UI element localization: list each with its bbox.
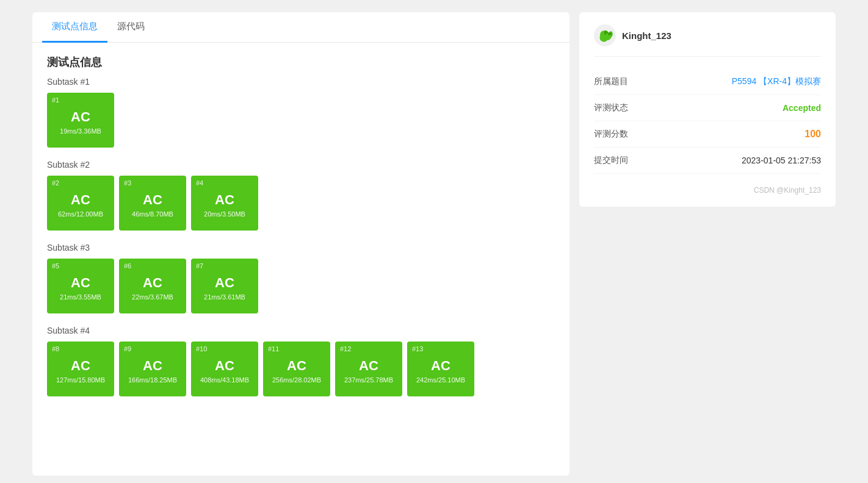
side-panel: Kinght_123 所属题目 P5594 【XR-4】模拟赛 评测状态 Acc… xyxy=(579,12,836,207)
test-card-13: #13 AC 242ms/25.10MB xyxy=(407,342,474,396)
card-info-5: 21ms/3.55MB xyxy=(60,293,101,301)
card-number-11: #11 xyxy=(268,345,279,352)
card-info-8: 127ms/15.80MB xyxy=(56,376,105,384)
footer-note: CSDN @Kinght_123 xyxy=(594,186,821,195)
card-number-12: #12 xyxy=(340,345,351,352)
status-label: 评测状态 xyxy=(594,102,628,113)
test-card-7: #7 AC 21ms/3.61MB xyxy=(191,259,258,313)
card-number-13: #13 xyxy=(412,345,423,352)
card-info-12: 237ms/25.78MB xyxy=(344,376,393,384)
test-card-8: #8 AC 127ms/15.80MB xyxy=(47,342,114,396)
card-number-3: #3 xyxy=(124,179,131,187)
user-row: Kinght_123 xyxy=(594,24,821,57)
card-number-2: #2 xyxy=(52,179,59,187)
subtask-1-cases: #1 AC 19ms/3.36MB xyxy=(47,93,555,148)
card-info-2: 62ms/12.00MB xyxy=(58,210,103,218)
status-row: 评测状态 Accepted xyxy=(594,95,821,121)
card-number-7: #7 xyxy=(196,262,203,270)
tab-source[interactable]: 源代码 xyxy=(107,12,154,43)
card-number-4: #4 xyxy=(196,179,203,187)
card-status-11: AC xyxy=(287,358,306,374)
card-status-9: AC xyxy=(143,358,162,374)
card-info-1: 19ms/3.36MB xyxy=(60,127,101,135)
card-info-6: 22ms/3.67MB xyxy=(132,293,173,301)
score-value: 100 xyxy=(805,129,821,140)
card-status-2: AC xyxy=(71,192,90,208)
card-info-3: 46ms/8.70MB xyxy=(132,210,173,218)
score-label: 评测分数 xyxy=(594,129,628,140)
username: Kinght_123 xyxy=(622,30,671,41)
test-card-5: #5 AC 21ms/3.55MB xyxy=(47,259,114,313)
subtask-3-label: Subtask #3 xyxy=(47,243,555,252)
main-panel: 测试点信息 源代码 测试点信息 Subtask #1 #1 AC 19ms/3.… xyxy=(32,12,570,476)
section-title: 测试点信息 xyxy=(47,55,555,70)
subtask-2-label: Subtask #2 xyxy=(47,160,555,170)
problem-value[interactable]: P5594 【XR-4】模拟赛 xyxy=(732,76,821,87)
test-card-12: #12 AC 237ms/25.78MB xyxy=(335,342,402,396)
card-info-11: 256ms/28.02MB xyxy=(272,376,321,384)
test-card-9: #9 AC 166ms/18.25MB xyxy=(119,342,186,396)
subtask-1-label: Subtask #1 xyxy=(47,77,555,87)
card-info-10: 408ms/43.18MB xyxy=(200,376,249,384)
time-row: 提交时间 2023-01-05 21:27:53 xyxy=(594,148,821,174)
card-info-13: 242ms/25.10MB xyxy=(416,376,465,384)
card-status-10: AC xyxy=(215,358,234,374)
card-status-12: AC xyxy=(359,358,378,374)
card-status-7: AC xyxy=(215,275,234,291)
test-card-4: #4 AC 20ms/3.50MB xyxy=(191,176,258,231)
card-status-4: AC xyxy=(215,192,234,208)
card-number-6: #6 xyxy=(124,262,131,270)
time-value: 2023-01-05 21:27:53 xyxy=(742,156,821,165)
test-card-6: #6 AC 22ms/3.67MB xyxy=(119,259,186,313)
subtask-4-cases: #8 AC 127ms/15.80MB #9 AC 166ms/18.25MB … xyxy=(47,342,555,396)
card-status-5: AC xyxy=(71,275,90,291)
card-info-7: 21ms/3.61MB xyxy=(204,293,245,301)
card-status-13: AC xyxy=(431,358,450,374)
test-card-10: #10 AC 408ms/43.18MB xyxy=(191,342,258,396)
test-card-3: #3 AC 46ms/8.70MB xyxy=(119,176,186,231)
card-info-4: 20ms/3.50MB xyxy=(204,210,245,218)
test-card-1: #1 AC 19ms/3.36MB xyxy=(47,93,114,148)
card-number-10: #10 xyxy=(196,345,207,352)
card-number-1: #1 xyxy=(52,96,59,104)
tabs: 测试点信息 源代码 xyxy=(32,12,570,43)
time-label: 提交时间 xyxy=(594,155,628,166)
subtask-2-cases: #2 AC 62ms/12.00MB #3 AC 46ms/8.70MB #4 … xyxy=(47,176,555,231)
test-card-11: #11 AC 256ms/28.02MB xyxy=(263,342,330,396)
score-row: 评测分数 100 xyxy=(594,121,821,148)
tab-testpoint[interactable]: 测试点信息 xyxy=(42,12,107,43)
problem-label: 所属题目 xyxy=(594,76,628,87)
content-area: 测试点信息 Subtask #1 #1 AC 19ms/3.36MB Subta… xyxy=(32,43,570,421)
card-number-8: #8 xyxy=(52,345,59,352)
user-avatar-icon xyxy=(594,24,616,46)
card-status-6: AC xyxy=(143,275,162,291)
card-number-9: #9 xyxy=(124,345,131,352)
card-status-3: AC xyxy=(143,192,162,208)
problem-row: 所属题目 P5594 【XR-4】模拟赛 xyxy=(594,69,821,95)
card-status-1: AC xyxy=(71,109,90,125)
subtask-3-cases: #5 AC 21ms/3.55MB #6 AC 22ms/3.67MB #7 A… xyxy=(47,259,555,313)
card-number-5: #5 xyxy=(52,262,59,270)
test-card-2: #2 AC 62ms/12.00MB xyxy=(47,176,114,231)
card-info-9: 166ms/18.25MB xyxy=(128,376,177,384)
subtask-4-label: Subtask #4 xyxy=(47,326,555,335)
card-status-8: AC xyxy=(71,358,90,374)
status-value: Accepted xyxy=(783,103,821,113)
